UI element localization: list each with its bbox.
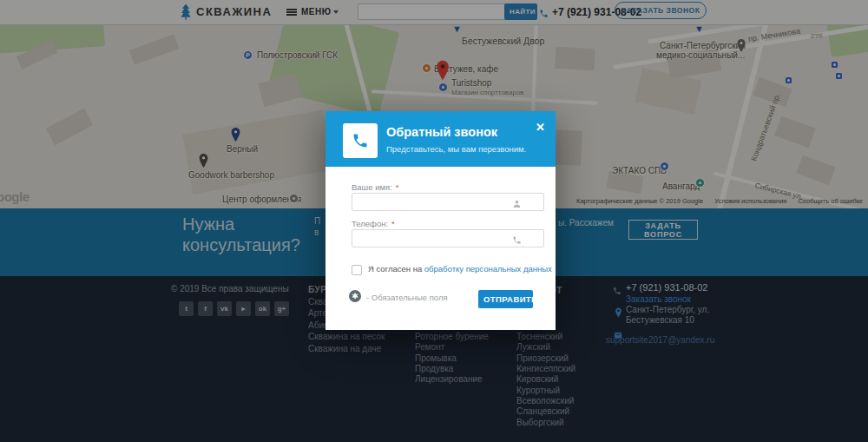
submit-button[interactable]: ОТПРАВИТЬ <box>478 290 533 308</box>
phone-icon <box>343 123 378 158</box>
close-icon[interactable]: ✕ <box>536 121 545 134</box>
page: СКВАЖИНА МЕНЮ НАЙТИ +7 (921) 931-08-02 З… <box>0 0 868 442</box>
modal-header: Обратный звонок Представьтесь, мы вам пе… <box>326 111 556 167</box>
name-field-label: Ваше имя:* <box>352 182 399 192</box>
required-asterisk-icon: ✱ <box>349 290 361 302</box>
person-icon <box>512 196 522 212</box>
modal-subtitle: Представьтесь, мы вам перезвоним. <box>386 144 526 154</box>
consent-checkbox[interactable] <box>352 265 362 275</box>
modal-title: Обратный звонок <box>386 125 497 139</box>
phone-icon <box>512 233 522 248</box>
callback-modal: Обратный звонок Представьтесь, мы вам пе… <box>326 111 556 330</box>
consent-label: Я согласен на обработку персональных дан… <box>368 264 552 274</box>
phone-field-label: Телефон:* <box>352 219 395 228</box>
required-fields-note: - Обязательные поля <box>366 293 448 302</box>
personal-data-link[interactable]: обработку персональных данных <box>424 264 552 274</box>
